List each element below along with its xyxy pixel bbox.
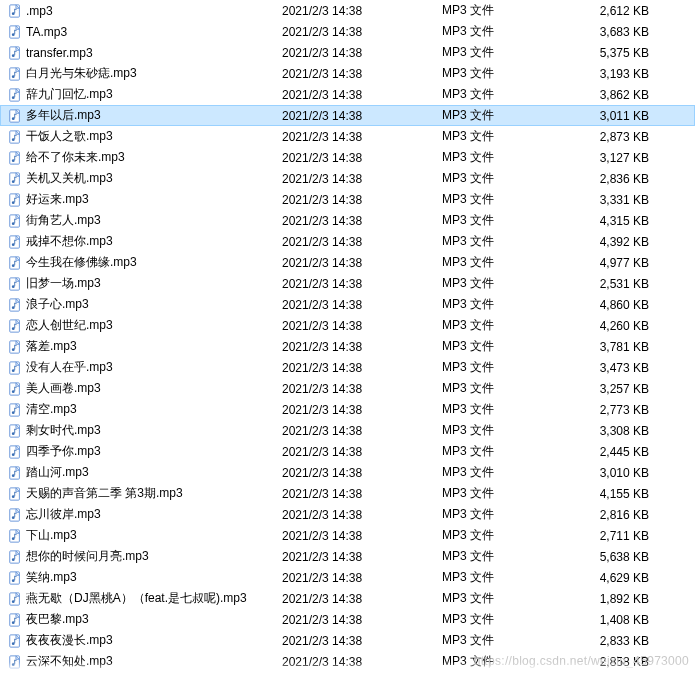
- file-type: MP3 文件: [442, 44, 567, 61]
- mp3-file-icon: [6, 25, 24, 39]
- file-row[interactable]: 多年以后.mp32021/2/3 14:38MP3 文件3,011 KB: [0, 105, 695, 126]
- file-row[interactable]: 踏山河.mp32021/2/3 14:38MP3 文件3,010 KB: [0, 462, 695, 483]
- mp3-file-icon: [6, 361, 24, 375]
- file-row[interactable]: 剩女时代.mp32021/2/3 14:38MP3 文件3,308 KB: [0, 420, 695, 441]
- file-row[interactable]: 旧梦一场.mp32021/2/3 14:38MP3 文件2,531 KB: [0, 273, 695, 294]
- file-type: MP3 文件: [442, 506, 567, 523]
- file-row[interactable]: 浪子心.mp32021/2/3 14:38MP3 文件4,860 KB: [0, 294, 695, 315]
- file-row[interactable]: 白月光与朱砂痣.mp32021/2/3 14:38MP3 文件3,193 KB: [0, 63, 695, 84]
- file-type: MP3 文件: [442, 632, 567, 649]
- file-row[interactable]: 街角艺人.mp32021/2/3 14:38MP3 文件4,315 KB: [0, 210, 695, 231]
- mp3-file-icon: [6, 529, 24, 543]
- file-row[interactable]: 清空.mp32021/2/3 14:38MP3 文件2,773 KB: [0, 399, 695, 420]
- file-row[interactable]: 夜夜夜漫长.mp32021/2/3 14:38MP3 文件2,833 KB: [0, 630, 695, 651]
- file-date: 2021/2/3 14:38: [282, 67, 442, 81]
- svg-point-1: [12, 12, 15, 15]
- file-size: 2,873 KB: [567, 130, 657, 144]
- file-size: 3,473 KB: [567, 361, 657, 375]
- file-type: MP3 文件: [442, 23, 567, 40]
- file-row[interactable]: 关机又关机.mp32021/2/3 14:38MP3 文件2,836 KB: [0, 168, 695, 189]
- file-size: 5,638 KB: [567, 550, 657, 564]
- file-date: 2021/2/3 14:38: [282, 151, 442, 165]
- file-row[interactable]: .mp32021/2/3 14:38MP3 文件2,612 KB: [0, 0, 695, 21]
- mp3-file-icon: [6, 424, 24, 438]
- file-row[interactable]: 美人画卷.mp32021/2/3 14:38MP3 文件3,257 KB: [0, 378, 695, 399]
- file-name: .mp3: [24, 4, 282, 18]
- svg-rect-65: [14, 450, 15, 454]
- svg-rect-17: [14, 114, 15, 118]
- file-size: 2,612 KB: [567, 4, 657, 18]
- file-row[interactable]: 给不了你未来.mp32021/2/3 14:38MP3 文件3,127 KB: [0, 147, 695, 168]
- file-row[interactable]: 辞九门回忆.mp32021/2/3 14:38MP3 文件3,862 KB: [0, 84, 695, 105]
- file-row[interactable]: transfer.mp32021/2/3 14:38MP3 文件5,375 KB: [0, 42, 695, 63]
- file-type: MP3 文件: [442, 296, 567, 313]
- file-row[interactable]: 天赐的声音第二季 第3期.mp32021/2/3 14:38MP3 文件4,15…: [0, 483, 695, 504]
- file-type: MP3 文件: [442, 569, 567, 586]
- file-type: MP3 文件: [442, 380, 567, 397]
- svg-point-61: [12, 432, 15, 435]
- file-name: 落差.mp3: [24, 338, 282, 355]
- file-type: MP3 文件: [442, 65, 567, 82]
- file-type: MP3 文件: [442, 107, 567, 124]
- svg-point-16: [12, 117, 15, 120]
- file-type: MP3 文件: [442, 86, 567, 103]
- file-name: 夜夜夜漫长.mp3: [24, 632, 282, 649]
- file-row[interactable]: 好运来.mp32021/2/3 14:38MP3 文件3,331 KB: [0, 189, 695, 210]
- file-type: MP3 文件: [442, 254, 567, 271]
- file-name: 四季予你.mp3: [24, 443, 282, 460]
- svg-point-10: [12, 75, 15, 78]
- file-date: 2021/2/3 14:38: [282, 193, 442, 207]
- file-size: 3,308 KB: [567, 424, 657, 438]
- svg-point-4: [12, 33, 15, 36]
- mp3-file-icon: [6, 592, 24, 606]
- svg-point-34: [12, 243, 15, 246]
- file-date: 2021/2/3 14:38: [282, 4, 442, 18]
- file-size: 4,392 KB: [567, 235, 657, 249]
- file-row[interactable]: 今生我在修佛缘.mp32021/2/3 14:38MP3 文件4,977 KB: [0, 252, 695, 273]
- svg-rect-8: [14, 51, 15, 55]
- file-size: 4,315 KB: [567, 214, 657, 228]
- file-type: MP3 文件: [442, 338, 567, 355]
- file-name: 想你的时候问月亮.mp3: [24, 548, 282, 565]
- file-row[interactable]: 干饭人之歌.mp32021/2/3 14:38MP3 文件2,873 KB: [0, 126, 695, 147]
- file-row[interactable]: 下山.mp32021/2/3 14:38MP3 文件2,711 KB: [0, 525, 695, 546]
- svg-point-64: [12, 453, 15, 456]
- file-row[interactable]: 夜巴黎.mp32021/2/3 14:38MP3 文件1,408 KB: [0, 609, 695, 630]
- file-row[interactable]: 想你的时候问月亮.mp32021/2/3 14:38MP3 文件5,638 KB: [0, 546, 695, 567]
- file-list[interactable]: .mp32021/2/3 14:38MP3 文件2,612 KBTA.mp320…: [0, 0, 695, 672]
- mp3-file-icon: [6, 109, 24, 123]
- file-type: MP3 文件: [442, 317, 567, 334]
- file-row[interactable]: 四季予你.mp32021/2/3 14:38MP3 文件2,445 KB: [0, 441, 695, 462]
- file-size: 3,193 KB: [567, 67, 657, 81]
- file-type: MP3 文件: [442, 191, 567, 208]
- svg-point-82: [12, 579, 15, 582]
- file-row[interactable]: 落差.mp32021/2/3 14:38MP3 文件3,781 KB: [0, 336, 695, 357]
- file-date: 2021/2/3 14:38: [282, 25, 442, 39]
- svg-rect-71: [14, 492, 15, 496]
- file-row[interactable]: 恋人创世纪.mp32021/2/3 14:38MP3 文件4,260 KB: [0, 315, 695, 336]
- mp3-file-icon: [6, 277, 24, 291]
- file-name: 清空.mp3: [24, 401, 282, 418]
- file-date: 2021/2/3 14:38: [282, 172, 442, 186]
- mp3-file-icon: [6, 613, 24, 627]
- mp3-file-icon: [6, 172, 24, 186]
- file-size: 4,977 KB: [567, 256, 657, 270]
- file-row[interactable]: 笑纳.mp32021/2/3 14:38MP3 文件4,629 KB: [0, 567, 695, 588]
- file-row[interactable]: 没有人在乎.mp32021/2/3 14:38MP3 文件3,473 KB: [0, 357, 695, 378]
- file-date: 2021/2/3 14:38: [282, 634, 442, 648]
- file-date: 2021/2/3 14:38: [282, 487, 442, 501]
- file-row[interactable]: 忘川彼岸.mp32021/2/3 14:38MP3 文件2,816 KB: [0, 504, 695, 525]
- svg-rect-38: [14, 261, 15, 265]
- file-row[interactable]: 戒掉不想你.mp32021/2/3 14:38MP3 文件4,392 KB: [0, 231, 695, 252]
- file-date: 2021/2/3 14:38: [282, 613, 442, 627]
- svg-point-28: [12, 201, 15, 204]
- file-size: 3,331 KB: [567, 193, 657, 207]
- file-type: MP3 文件: [442, 590, 567, 607]
- file-size: 4,860 KB: [567, 298, 657, 312]
- file-row[interactable]: 燕无歇（DJ黑桃A）（feat.是七叔呢).mp32021/2/3 14:38M…: [0, 588, 695, 609]
- file-type: MP3 文件: [442, 464, 567, 481]
- file-size: 2,833 KB: [567, 634, 657, 648]
- file-size: 4,260 KB: [567, 319, 657, 333]
- svg-point-43: [12, 306, 15, 309]
- file-row[interactable]: TA.mp32021/2/3 14:38MP3 文件3,683 KB: [0, 21, 695, 42]
